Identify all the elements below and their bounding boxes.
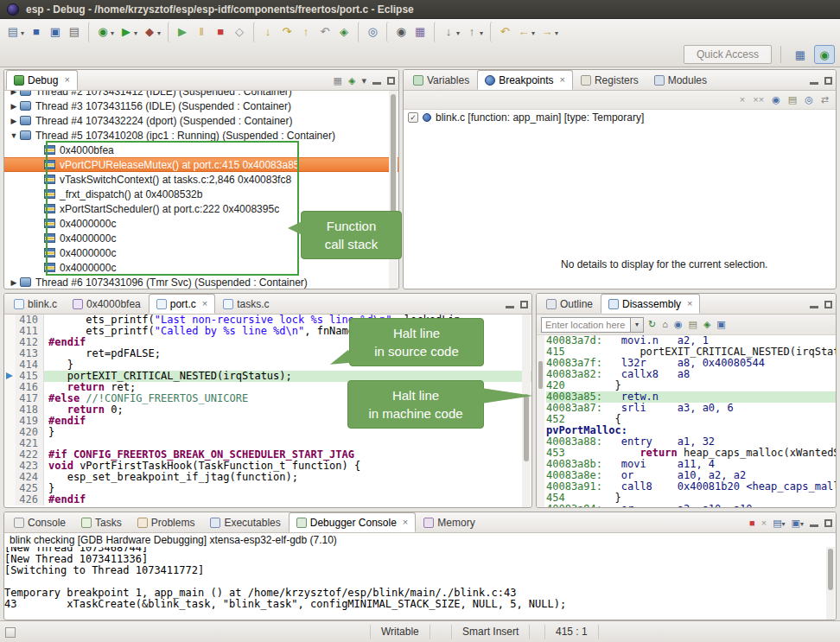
dropdown-arrow-icon[interactable] bbox=[110, 26, 114, 38]
expand-arrow-icon[interactable]: ▶ bbox=[8, 278, 20, 287]
dropdown-arrow-icon[interactable] bbox=[455, 26, 460, 38]
breakpoint-ruler[interactable] bbox=[4, 483, 16, 494]
tab-debug[interactable]: Debug bbox=[6, 70, 78, 90]
disassembly-line[interactable]: 40083a7f: l32r a8, 0x40080544 bbox=[546, 358, 836, 369]
step-into-icon[interactable]: ↓ bbox=[253, 22, 277, 42]
save-all-icon[interactable]: ▣ bbox=[46, 22, 65, 42]
location-dropdown-icon[interactable]: ▾ bbox=[631, 317, 644, 333]
maximize-icon[interactable] bbox=[824, 301, 832, 308]
breakpoint-ruler[interactable] bbox=[4, 326, 16, 337]
breakpoint-ruler[interactable] bbox=[4, 461, 16, 472]
open-new-view-icon[interactable]: ▣ bbox=[716, 320, 725, 329]
tab-breakpoints[interactable]: Breakpoints bbox=[477, 70, 573, 90]
save-icon[interactable]: ■ bbox=[27, 22, 46, 42]
disassembly-line[interactable]: pvPortMalloc: bbox=[546, 425, 836, 436]
skip-all-breakpoints-icon[interactable]: ◎ bbox=[805, 95, 813, 105]
tab-outline[interactable]: Outline bbox=[538, 294, 601, 314]
breakpoint-ruler[interactable] bbox=[4, 416, 16, 427]
disassembly-line[interactable]: 453 return heap_caps_malloc(xWantedSize bbox=[546, 448, 836, 459]
disassembly-scrollbar[interactable] bbox=[537, 335, 544, 507]
code-line[interactable]: 423 void vPortFirstTaskHook(TaskFunction… bbox=[4, 461, 531, 472]
fast-view-icon[interactable] bbox=[5, 627, 16, 638]
disassembly-line[interactable]: 40083a88: entry a1, 32 bbox=[546, 436, 836, 448]
debug-icon[interactable]: ◉ bbox=[88, 22, 117, 42]
disassembly-line[interactable]: 452 { bbox=[546, 414, 836, 425]
disassembly-line[interactable]: 420 } bbox=[546, 380, 836, 391]
debug-tree-row[interactable]: ▶ Thread #4 1073432224 (dport) (Suspende… bbox=[4, 113, 398, 128]
skip-all-breakpoints-icon[interactable]: ◎ bbox=[358, 22, 382, 42]
disassembly-line[interactable]: 454 } bbox=[546, 493, 836, 504]
location-input[interactable]: Enter location here bbox=[541, 317, 631, 333]
debug-tree-row[interactable]: _frxt_dispatch() at 0x4008532b bbox=[4, 187, 398, 201]
remove-breakpoint-icon[interactable]: × bbox=[740, 95, 745, 105]
terminate-icon[interactable]: ■ bbox=[749, 518, 755, 528]
tab-memory[interactable]: Memory bbox=[416, 512, 482, 532]
breakpoint-ruler[interactable] bbox=[4, 337, 16, 348]
view-menu-icon[interactable]: ▾ bbox=[361, 76, 366, 86]
breakpoint-ruler[interactable] bbox=[4, 404, 16, 416]
close-icon[interactable] bbox=[64, 75, 69, 85]
tab-blink-c[interactable]: blink.c bbox=[6, 294, 65, 314]
resume-icon[interactable]: ▶ bbox=[168, 22, 192, 42]
run-icon[interactable]: ▶ bbox=[117, 22, 140, 42]
code-line[interactable]: 425 } bbox=[4, 483, 531, 494]
instruction-stepping-mode-icon[interactable]: ◈ bbox=[348, 76, 355, 86]
disassembly-line[interactable]: 40083a94: or a2, a10, a10 bbox=[546, 504, 836, 507]
breakpoint-ruler[interactable] bbox=[4, 315, 16, 326]
debug-tree-row[interactable]: ▶ Thread #2 1073431412 (IDLE) (Suspended… bbox=[4, 91, 398, 99]
display-selected-console-icon[interactable]: ▤ bbox=[773, 518, 785, 528]
dropdown-arrow-icon[interactable] bbox=[20, 26, 24, 38]
disassembly-line[interactable]: 40083a7d: movi.n a2, 1 bbox=[546, 335, 836, 346]
close-icon[interactable] bbox=[687, 299, 692, 308]
tab-tasks-c[interactable]: tasks.c bbox=[215, 294, 277, 314]
dropdown-arrow-icon[interactable] bbox=[156, 26, 161, 38]
breakpoint-ruler[interactable] bbox=[4, 494, 16, 505]
track-expression-icon[interactable]: ◈ bbox=[703, 320, 710, 329]
maximize-icon[interactable] bbox=[824, 519, 832, 527]
tab-problems[interactable]: Problems bbox=[130, 512, 203, 532]
code-text[interactable] bbox=[44, 438, 531, 449]
breakpoint-ruler[interactable] bbox=[4, 382, 16, 393]
breakpoint-ruler[interactable] bbox=[4, 371, 16, 382]
breakpoint-ruler[interactable] bbox=[4, 393, 16, 404]
tab-debugger-console[interactable]: Debugger Console bbox=[289, 512, 417, 532]
debug-tree-row[interactable]: ▼ Thread #5 1073410208 (ipc1 : Running) … bbox=[4, 128, 398, 143]
disassembly-line[interactable]: 40083a91: call8 0x40081b20 <heap_caps_ma… bbox=[546, 481, 836, 493]
expand-arrow-icon[interactable]: ▶ bbox=[8, 102, 20, 111]
step-over-icon[interactable]: ↷ bbox=[277, 22, 296, 42]
remove-all-terminated-icon[interactable]: ▦ bbox=[334, 76, 342, 86]
dropdown-arrow-icon[interactable] bbox=[479, 26, 483, 38]
disassembly-line[interactable]: 40083a8b: movi a11, 4 bbox=[546, 459, 836, 470]
debug-tree-row[interactable]: vPortCPUReleaseMutex() at port.c:415 0x4… bbox=[4, 157, 398, 172]
maximize-icon[interactable] bbox=[520, 301, 528, 308]
expand-arrow-icon[interactable]: ▼ bbox=[8, 131, 20, 140]
breakpoint-ruler[interactable] bbox=[4, 472, 16, 483]
disassembly-line[interactable]: 40083a85: retw.n bbox=[546, 391, 836, 403]
refresh-icon[interactable]: ↻ bbox=[648, 320, 656, 329]
suspend-icon[interactable]: ‖ bbox=[192, 22, 211, 42]
minimize-icon[interactable] bbox=[810, 524, 818, 527]
breakpoint-ruler[interactable] bbox=[4, 438, 16, 449]
debug-tree-row[interactable]: 0x4000000c bbox=[4, 260, 398, 275]
previous-annotation-icon[interactable]: ↑ bbox=[462, 22, 486, 42]
code-line[interactable]: 426 #endif bbox=[4, 494, 531, 505]
debug-tree-row[interactable]: 0x4000bfea bbox=[4, 143, 398, 157]
scrollbar-thumb[interactable] bbox=[538, 361, 543, 389]
drop-to-frame-icon[interactable]: ↶ bbox=[315, 22, 334, 42]
dropdown-arrow-icon[interactable] bbox=[554, 26, 558, 38]
tab-port-c[interactable]: port.c bbox=[149, 294, 215, 314]
code-text[interactable]: #if CONFIG_FREERTOS_BREAK_ON_SCHEDULER_S… bbox=[44, 449, 531, 461]
minimize-icon[interactable] bbox=[810, 306, 818, 308]
go-to-file-icon[interactable]: ▤ bbox=[788, 95, 797, 105]
show-source-icon[interactable]: ▤ bbox=[688, 320, 697, 329]
minimize-icon[interactable] bbox=[506, 306, 514, 308]
breakpoint-checkbox[interactable] bbox=[408, 112, 418, 123]
breakpoint-ruler[interactable] bbox=[4, 449, 16, 461]
open-console-icon[interactable]: ▣ bbox=[792, 518, 804, 528]
terminate-icon[interactable]: ■ bbox=[211, 22, 230, 42]
tab-0x4000bfea[interactable]: 0x4000bfea bbox=[65, 294, 149, 314]
external-tools-icon[interactable]: ◆ bbox=[140, 22, 163, 42]
dropdown-arrow-icon[interactable] bbox=[531, 26, 535, 38]
breakpoint-item[interactable]: blink.c [function: app_main] [type: Temp… bbox=[404, 110, 836, 125]
code-text[interactable]: #endif bbox=[44, 494, 531, 505]
